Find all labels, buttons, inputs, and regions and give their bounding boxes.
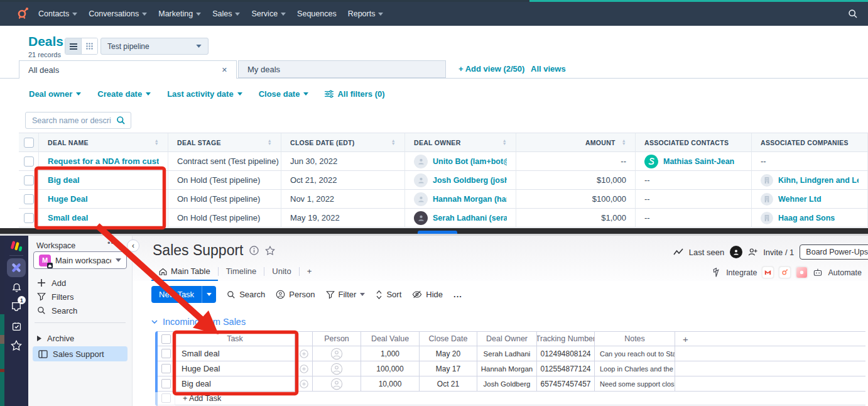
- notes-cell[interactable]: Loop in Charles and the finan...: [595, 361, 675, 376]
- deal-owner-cell[interactable]: Hannah Morgan: [477, 361, 537, 376]
- deal-name-link[interactable]: Request for a NDA from cust...: [48, 156, 159, 166]
- all-views-link[interactable]: All views: [531, 64, 566, 74]
- toolbar-filter[interactable]: Filter: [326, 290, 366, 299]
- global-search-icon[interactable]: [848, 9, 858, 19]
- column-header-deal-value[interactable]: Deal Value: [361, 331, 420, 346]
- sidebar-add-button[interactable]: Add: [28, 276, 132, 290]
- nav-item-contacts[interactable]: Contacts: [38, 9, 77, 18]
- automate-label[interactable]: Automate: [828, 268, 862, 277]
- group-title[interactable]: Incoming from Sales: [151, 317, 246, 327]
- invite-person-icon[interactable]: [748, 248, 757, 256]
- nav-item-sequences[interactable]: Sequences: [297, 9, 337, 18]
- board-power-ups-button[interactable]: Board Power-Ups: [800, 244, 868, 260]
- row-checkbox[interactable]: [161, 379, 171, 388]
- sort-icon[interactable]: ▲▼: [618, 140, 626, 145]
- add-update-icon[interactable]: [299, 364, 309, 374]
- deal-owner-link[interactable]: Hannah Morgan (hann...: [433, 195, 507, 204]
- add-tab-button[interactable]: +: [300, 266, 320, 281]
- close-date-cell[interactable]: May 17: [420, 361, 477, 376]
- tab-unito[interactable]: Unito: [264, 266, 298, 281]
- add-view-link[interactable]: + Add view (2/50): [458, 64, 524, 74]
- invite-label[interactable]: Invite / 1: [763, 248, 794, 257]
- column-header-deal-name[interactable]: DEAL NAME▲▼: [39, 133, 168, 152]
- row-checkbox[interactable]: [161, 364, 171, 373]
- all-filters-button[interactable]: All filters (0): [325, 89, 384, 99]
- nav-item-service[interactable]: Service: [251, 9, 286, 18]
- deal-owner-link[interactable]: Serah Ladhani (serahl@...: [433, 214, 507, 222]
- deal-name-link[interactable]: Big deal: [48, 175, 80, 185]
- last-seen-avatar[interactable]: [730, 246, 742, 258]
- column-header-amount[interactable]: AMOUNT▲▼: [516, 133, 636, 152]
- column-header-close-date-edt-[interactable]: CLOSE DATE (EDT)▲▼: [281, 133, 405, 152]
- column-header-task[interactable]: Task: [175, 331, 295, 346]
- column-header-associated-companies[interactable]: ASSOCIATED COMPANIES: [752, 133, 868, 152]
- select-all-checkbox[interactable]: [24, 138, 34, 148]
- workspace-switcher[interactable]: M Main workspace: [33, 251, 127, 269]
- filter-last-activity-date[interactable]: Last activity date: [167, 89, 242, 99]
- add-update-icon[interactable]: [299, 349, 309, 359]
- row-checkbox[interactable]: [161, 349, 171, 358]
- row-checkbox[interactable]: [24, 213, 34, 223]
- row-checkbox[interactable]: [24, 156, 34, 167]
- deal-name-link[interactable]: Huge Deal: [48, 194, 88, 204]
- company-link[interactable]: Haag and Sons: [778, 214, 835, 222]
- notes-cell[interactable]: Need some support closing t...: [595, 376, 675, 392]
- info-icon[interactable]: [249, 246, 259, 255]
- nav-item-conversations[interactable]: Conversations: [89, 9, 147, 18]
- sidebar-filters-button[interactable]: Filters: [28, 290, 132, 304]
- favorites-star-icon[interactable]: [4, 340, 28, 351]
- column-header-deal-owner[interactable]: DEAL OWNER▲▼: [405, 133, 516, 152]
- column-header-person[interactable]: Person: [313, 331, 361, 346]
- deal-owner-cell[interactable]: Serah Ladhani: [477, 346, 537, 361]
- activity-icon[interactable]: [673, 248, 683, 256]
- list-view-button[interactable]: [65, 38, 82, 54]
- nav-item-marketing[interactable]: Marketing: [158, 9, 201, 18]
- toolbar-hide[interactable]: Hide: [412, 290, 443, 299]
- person-cell[interactable]: [313, 346, 361, 361]
- filter-close-date[interactable]: Close date: [259, 89, 309, 99]
- company-link[interactable]: Kihn, Lindgren and Lemke: [778, 176, 859, 185]
- select-all-checkbox[interactable]: [161, 334, 171, 344]
- tab-main-table[interactable]: Main Table: [151, 266, 218, 281]
- sidebar-search-button[interactable]: Search: [28, 304, 132, 317]
- work-management-app-icon[interactable]: [7, 258, 26, 277]
- deal-owner-link[interactable]: Josh Goldberg (joshg...: [433, 176, 507, 185]
- deal-owner-cell[interactable]: Josh Goldberg: [477, 376, 537, 392]
- my-work-calendar-icon[interactable]: [4, 321, 28, 332]
- board-view-button[interactable]: [82, 38, 97, 54]
- integrate-label[interactable]: Integrate: [726, 268, 757, 277]
- column-header-deal-stage[interactable]: DEAL STAGE▲▼: [168, 133, 281, 152]
- new-task-dropdown[interactable]: [202, 286, 216, 303]
- column-header-tracking-number[interactable]: Tracking Number: [537, 331, 595, 346]
- notes-cell[interactable]: Can you reach out to Stacey f...: [595, 346, 675, 361]
- notifications-bell-icon[interactable]: [4, 282, 28, 293]
- task-name-cell[interactable]: Small deal: [175, 346, 295, 361]
- close-date-cell[interactable]: May 20: [420, 346, 477, 361]
- new-task-button[interactable]: New Task: [151, 286, 202, 303]
- column-header-close-date[interactable]: Close Date: [420, 331, 477, 346]
- filter-create-date[interactable]: Create date: [97, 89, 151, 99]
- company-link[interactable]: Wehner Ltd: [778, 195, 822, 204]
- row-checkbox[interactable]: [24, 175, 34, 185]
- sidebar-board-sales-support[interactable]: Sales Support: [33, 346, 127, 361]
- sort-icon[interactable]: ▲▼: [264, 140, 272, 145]
- star-icon[interactable]: [265, 246, 275, 255]
- toolbar-more[interactable]: ...: [453, 290, 462, 299]
- toolbar-person[interactable]: Person: [276, 290, 315, 299]
- sort-icon[interactable]: ▲▼: [151, 140, 159, 145]
- deal-name-link[interactable]: Small deal: [48, 213, 88, 222]
- tab-timeline[interactable]: Timeline: [219, 266, 264, 281]
- row-checkbox[interactable]: [24, 194, 34, 204]
- workspace-options-icon[interactable]: ••: [107, 238, 114, 248]
- close-icon[interactable]: ✕: [222, 66, 227, 74]
- close-date-cell[interactable]: Oct 21: [420, 376, 477, 392]
- task-name-cell[interactable]: Big deal: [175, 376, 295, 392]
- nav-item-sales[interactable]: Sales: [212, 9, 240, 18]
- tab-all-deals[interactable]: All deals ✕: [19, 60, 237, 79]
- filter-deal-owner[interactable]: Deal owner: [29, 89, 81, 99]
- add-task-row[interactable]: + Add Task: [158, 392, 868, 405]
- nav-item-reports[interactable]: Reports: [348, 9, 384, 18]
- column-header-deal-owner[interactable]: Deal Owner: [477, 331, 537, 346]
- column-header-associated-contacts[interactable]: ASSOCIATED CONTACTS: [636, 133, 752, 152]
- tab-my-deals[interactable]: My deals: [238, 60, 446, 78]
